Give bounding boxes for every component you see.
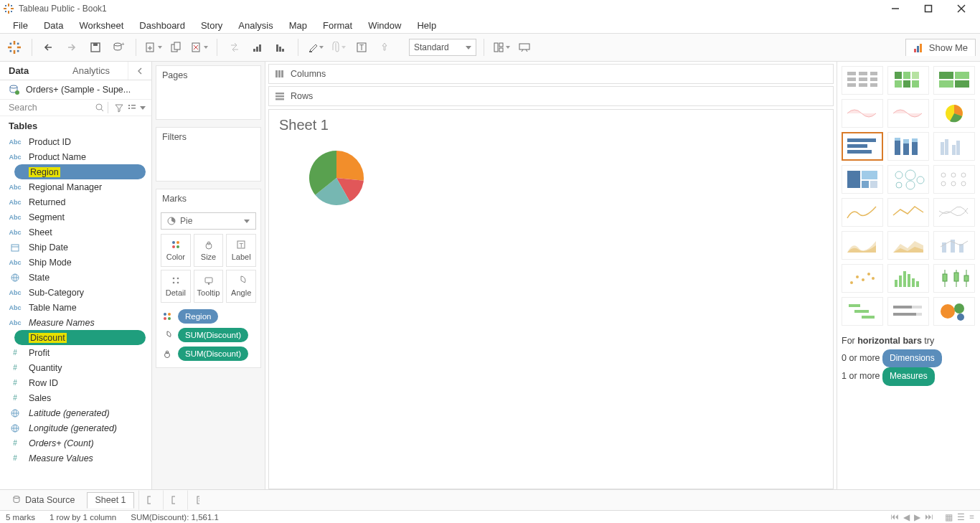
field-segment[interactable]: AbcSegment bbox=[0, 209, 151, 225]
field-menu-caret-icon[interactable] bbox=[140, 106, 146, 110]
showme-thumb-14[interactable] bbox=[933, 198, 975, 227]
duplicate-icon[interactable] bbox=[166, 37, 187, 57]
field-quantity[interactable]: #Quantity bbox=[0, 360, 151, 375]
field-profit[interactable]: #Profit bbox=[0, 345, 151, 360]
pie-chart[interactable] bbox=[308, 149, 823, 207]
field-sub-category[interactable]: AbcSub-Category bbox=[0, 285, 151, 300]
nav-last-icon[interactable]: ⏭ bbox=[925, 512, 933, 522]
nav-prev-icon[interactable]: ◀ bbox=[903, 512, 910, 522]
filter-icon[interactable] bbox=[114, 103, 124, 113]
field-product-name[interactable]: AbcProduct Name bbox=[0, 149, 151, 164]
showme-thumb-19[interactable] bbox=[887, 264, 929, 293]
showme-thumb-7[interactable] bbox=[887, 132, 929, 161]
redo-icon[interactable] bbox=[62, 37, 83, 57]
save-icon[interactable] bbox=[85, 37, 105, 57]
attach-icon[interactable] bbox=[329, 37, 349, 57]
showme-thumb-2[interactable] bbox=[933, 66, 975, 95]
tab-sheet1[interactable]: Sheet 1 bbox=[87, 492, 133, 509]
swap-rows-columns-icon[interactable] bbox=[225, 37, 245, 57]
mark-type-select[interactable]: Pie bbox=[161, 212, 256, 230]
mark-btn-tooltip[interactable]: Tooltip bbox=[194, 270, 224, 303]
field-returned[interactable]: AbcReturned bbox=[0, 194, 151, 209]
filters-shelf[interactable]: Filters bbox=[156, 127, 261, 182]
showme-thumb-9[interactable] bbox=[842, 165, 883, 194]
mark-btn-detail[interactable]: Detail bbox=[161, 270, 191, 303]
show-cards-icon[interactable] bbox=[491, 37, 512, 57]
showme-thumb-0[interactable] bbox=[842, 66, 883, 95]
field-ship-mode[interactable]: AbcShip Mode bbox=[0, 255, 151, 270]
showme-thumb-21[interactable] bbox=[842, 297, 883, 326]
showme-thumb-1[interactable] bbox=[887, 66, 929, 95]
view-grid-icon[interactable]: ▦ bbox=[945, 512, 953, 522]
showme-thumb-12[interactable] bbox=[842, 198, 883, 227]
nav-first-icon[interactable]: ⏮ bbox=[890, 512, 899, 522]
sort-desc-icon[interactable] bbox=[270, 37, 291, 57]
field-measure-values[interactable]: #Measure Values bbox=[0, 451, 151, 466]
presentation-mode-icon[interactable] bbox=[514, 37, 534, 57]
menu-data[interactable]: Data bbox=[37, 19, 70, 32]
menu-worksheet[interactable]: Worksheet bbox=[72, 19, 131, 32]
pages-shelf[interactable]: Pages bbox=[156, 65, 261, 120]
view-filmstrip-icon[interactable]: ☰ bbox=[957, 512, 965, 522]
new-story-tab-icon[interactable] bbox=[187, 490, 207, 510]
pin-icon[interactable] bbox=[374, 37, 395, 57]
mark-btn-color[interactable]: Color bbox=[161, 234, 191, 267]
new-data-source-icon[interactable]: + bbox=[108, 37, 128, 57]
field-measure-names[interactable]: AbcMeasure Names bbox=[0, 315, 151, 330]
showme-thumb-20[interactable] bbox=[933, 264, 975, 293]
sort-asc-icon[interactable] bbox=[248, 37, 268, 57]
show-me-toggle[interactable]: Show Me bbox=[905, 39, 976, 56]
menu-window[interactable]: Window bbox=[361, 19, 408, 32]
showme-thumb-18[interactable] bbox=[842, 264, 883, 293]
showme-thumb-23[interactable] bbox=[933, 297, 975, 326]
showme-thumb-17[interactable] bbox=[933, 231, 975, 260]
view-list-icon[interactable]: ≡ bbox=[969, 512, 974, 522]
clear-sheet-icon[interactable] bbox=[189, 37, 209, 57]
field-longitude-generated-[interactable]: Longitude (generated) bbox=[0, 420, 151, 435]
pie-slice-east[interactable] bbox=[336, 151, 364, 181]
field-table-name[interactable]: AbcTable Name bbox=[0, 300, 151, 315]
menu-help[interactable]: Help bbox=[410, 19, 443, 32]
new-dashboard-tab-icon[interactable] bbox=[163, 490, 183, 510]
highlight-icon[interactable] bbox=[306, 37, 326, 57]
menu-file[interactable]: File bbox=[6, 19, 35, 32]
field-discount[interactable]: Discount bbox=[14, 330, 146, 345]
sheet-title[interactable]: Sheet 1 bbox=[279, 117, 823, 133]
rows-shelf[interactable]: Rows bbox=[268, 86, 834, 106]
collapse-pane-icon[interactable] bbox=[128, 62, 151, 80]
mark-btn-label[interactable]: TLabel bbox=[226, 234, 256, 267]
showme-thumb-15[interactable] bbox=[842, 231, 883, 260]
field-orders-count-[interactable]: #Orders+ (Count) bbox=[0, 435, 151, 451]
field-state[interactable]: State bbox=[0, 270, 151, 285]
showme-thumb-10[interactable] bbox=[887, 165, 929, 194]
pill-sum-discount-[interactable]: SUM(Discount) bbox=[178, 347, 248, 361]
minimize-button[interactable] bbox=[885, 1, 905, 16]
menu-dashboard[interactable]: Dashboard bbox=[132, 19, 192, 32]
tab-data-source[interactable]: Data Source bbox=[4, 492, 83, 509]
tab-analytics[interactable]: Analytics bbox=[64, 62, 128, 80]
showme-thumb-6[interactable] bbox=[842, 132, 883, 161]
field-sales[interactable]: #Sales bbox=[0, 390, 151, 405]
showme-thumb-3[interactable] bbox=[842, 99, 883, 128]
field-regional-manager[interactable]: AbcRegional Manager bbox=[0, 179, 151, 194]
close-button[interactable] bbox=[951, 1, 971, 16]
showme-thumb-5[interactable] bbox=[933, 99, 975, 128]
worksheet-canvas[interactable]: Sheet 1 bbox=[268, 109, 834, 489]
mark-btn-angle[interactable]: Angle bbox=[226, 270, 256, 303]
new-worksheet-icon[interactable] bbox=[143, 37, 164, 57]
tableau-home-icon[interactable] bbox=[4, 37, 24, 57]
field-list[interactable]: AbcProduct IDAbcProduct NameRegionAbcReg… bbox=[0, 134, 151, 489]
columns-shelf[interactable]: Columns bbox=[268, 64, 834, 84]
field-latitude-generated-[interactable]: Latitude (generated) bbox=[0, 405, 151, 420]
field-sheet[interactable]: AbcSheet bbox=[0, 225, 151, 240]
menu-map[interactable]: Map bbox=[282, 19, 314, 32]
pill-region[interactable]: Region bbox=[178, 309, 218, 324]
new-worksheet-tab-icon[interactable] bbox=[138, 490, 159, 510]
showme-thumb-13[interactable] bbox=[887, 198, 929, 227]
view-options-icon[interactable] bbox=[127, 103, 137, 113]
text-label-icon[interactable]: T bbox=[352, 37, 372, 57]
field-ship-date[interactable]: Ship Date bbox=[0, 240, 151, 255]
mark-btn-size[interactable]: Size bbox=[194, 234, 224, 267]
search-input[interactable]: Search bbox=[9, 103, 105, 113]
maximize-button[interactable] bbox=[918, 1, 938, 16]
